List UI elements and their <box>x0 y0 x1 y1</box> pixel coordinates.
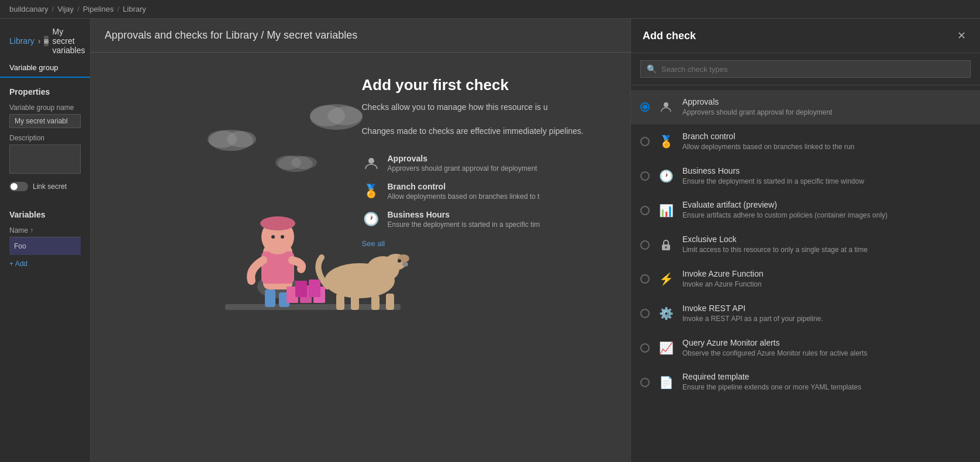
center-check-item: 🕐 Business Hours Ensure the deployment i… <box>362 205 584 233</box>
variables-section: Variables Name ↑ Foo + Add <box>0 210 90 273</box>
see-all-link[interactable]: See all <box>362 239 385 248</box>
close-button[interactable]: ✕ <box>955 28 968 43</box>
text-business_hours: Business Hours Ensure the deployment is … <box>682 166 971 187</box>
radio-branch_control[interactable] <box>640 137 650 146</box>
first-check-desc2: Changes made to checks are effective imm… <box>362 125 584 137</box>
desc-business_hours: Ensure the deployment is started in a sp… <box>682 177 971 187</box>
check-items-list: Approvals Approvers should grant approva… <box>631 85 980 462</box>
svg-rect-18 <box>371 295 379 310</box>
center-check-desc: Allow deployments based on branches link… <box>388 192 540 201</box>
check-list: Approvals Approvers should grant approva… <box>362 149 584 233</box>
text-required_template: Required template Ensure the pipeline ex… <box>682 372 971 392</box>
right-panel-header: Add check ✕ <box>631 19 980 53</box>
center-content: Approvals and checks for Library / My se… <box>91 19 630 462</box>
breadcrumb-vijay[interactable]: Vijay <box>57 5 74 13</box>
breadcrumb-buildcanary[interactable]: buildcanary <box>9 5 49 13</box>
properties-section: Properties Variable group name Descripti… <box>0 78 90 210</box>
check-item-approvals[interactable]: Approvals Approvers should grant approva… <box>631 90 980 125</box>
svg-point-27 <box>281 235 284 239</box>
icon-exclusive_lock <box>657 236 675 254</box>
main-area: Library › ⊞ My secret variables Variable… <box>0 19 980 462</box>
center-check-desc: Approvers should grant approval for depl… <box>388 164 537 173</box>
lib-icon: ⊞ <box>44 36 49 46</box>
icon-required_template: 📄 <box>657 373 675 392</box>
center-check-desc: Ensure the deployment is started in a sp… <box>388 220 540 229</box>
link-secrets-toggle-row: Link secret <box>9 182 81 191</box>
add-variable-button[interactable]: + Add <box>9 255 27 273</box>
radio-required_template[interactable] <box>640 378 650 387</box>
check-item-evaluate_artifact[interactable]: 📊 Evaluate artifact (preview) Ensure art… <box>631 193 980 227</box>
radio-business_hours[interactable] <box>640 171 650 181</box>
text-branch_control: Branch control Allow deployments based o… <box>682 132 971 152</box>
svg-rect-25 <box>265 219 291 226</box>
radio-exclusive_lock[interactable] <box>640 240 650 250</box>
center-check-item: 🏅 Branch control Allow deployments based… <box>362 177 584 205</box>
radio-invoke_rest_api[interactable] <box>640 309 650 318</box>
radio-evaluate_artifact[interactable] <box>640 206 650 215</box>
check-item-invoke_azure_function[interactable]: ⚡ Invoke Azure Function Invoke an Azure … <box>631 262 980 296</box>
text-approvals: Approvals Approvers should grant approva… <box>682 97 971 118</box>
sidebar-item-variable-group[interactable]: Variable group <box>0 58 90 78</box>
variable-group-name-label: Variable group name <box>9 104 81 112</box>
page-title: Approvals and checks for Library / My se… <box>91 19 630 53</box>
search-icon: 🔍 <box>647 64 657 74</box>
check-item-invoke_rest_api[interactable]: ⚙️ Invoke REST API Invoke a REST API as … <box>631 296 980 331</box>
svg-point-5 <box>227 131 256 147</box>
table-row[interactable]: Foo <box>9 237 81 255</box>
library-current-page: My secret variables <box>52 27 85 55</box>
check-item-exclusive_lock[interactable]: Exclusive Lock Limit access to this reso… <box>631 227 980 262</box>
radio-invoke_azure_function[interactable] <box>640 274 650 284</box>
library-link[interactable]: Library <box>9 36 34 46</box>
text-query_azure_monitor: Query Azure Monitor alerts Observe the c… <box>682 338 971 358</box>
title-invoke_rest_api: Invoke REST API <box>682 304 971 313</box>
breadcrumb-pipelines[interactable]: Pipelines <box>83 5 114 13</box>
radio-query_azure_monitor[interactable] <box>640 343 650 353</box>
title-approvals: Approvals <box>682 97 971 106</box>
first-check-desc1: Checks allow you to manage how this reso… <box>362 101 584 113</box>
check-item-business_hours[interactable]: 🕐 Business Hours Ensure the deployment i… <box>631 159 980 194</box>
svg-rect-22 <box>261 251 294 284</box>
sidebar: Library › ⊞ My secret variables Variable… <box>0 19 91 462</box>
icon-query_azure_monitor: 📈 <box>657 339 675 357</box>
radio-approvals[interactable] <box>640 102 650 112</box>
svg-point-38 <box>665 246 667 249</box>
center-check-title: Business Hours <box>388 210 540 219</box>
description-textarea[interactable] <box>9 144 81 174</box>
svg-point-14 <box>398 259 401 263</box>
svg-rect-34 <box>309 280 320 297</box>
search-container: 🔍 <box>631 53 980 85</box>
desc-approvals: Approvers should grant approval for depl… <box>682 108 971 118</box>
library-header-area: Library › ⊞ My secret variables <box>0 19 90 58</box>
link-secrets-label: Link secret <box>33 182 67 191</box>
text-invoke_azure_function: Invoke Azure Function Invoke an Azure Fu… <box>682 269 971 289</box>
first-check-title: Add your first check <box>362 76 584 94</box>
text-invoke_rest_api: Invoke REST API Invoke a REST API as a p… <box>682 304 971 324</box>
title-branch_control: Branch control <box>682 132 971 141</box>
link-secrets-toggle[interactable] <box>9 182 28 191</box>
breadcrumb-sep-3: / <box>117 5 119 13</box>
svg-point-36 <box>664 102 668 107</box>
desc-evaluate_artifact: Ensure artifacts adhere to custom polici… <box>682 211 971 220</box>
icon-invoke_azure_function: ⚡ <box>657 270 675 288</box>
right-panel-title: Add check <box>643 30 696 42</box>
breadcrumb-library[interactable]: Library <box>123 5 146 13</box>
svg-rect-17 <box>351 295 359 310</box>
variable-group-name-input[interactable] <box>9 114 81 128</box>
svg-point-15 <box>402 262 408 267</box>
search-input[interactable] <box>661 65 964 74</box>
properties-title: Properties <box>9 87 81 96</box>
svg-rect-28 <box>265 289 275 307</box>
check-item-branch_control[interactable]: 🏅 Branch control Allow deployments based… <box>631 125 980 159</box>
library-breadcrumb: Library › ⊞ My secret variables <box>9 27 81 55</box>
check-item-required_template[interactable]: 📄 Required template Ensure the pipeline … <box>631 365 980 399</box>
icon-evaluate_artifact: 📊 <box>657 201 675 220</box>
title-query_azure_monitor: Query Azure Monitor alerts <box>682 338 971 347</box>
check-item-query_azure_monitor[interactable]: 📈 Query Azure Monitor alerts Observe the… <box>631 331 980 366</box>
svg-point-26 <box>271 235 275 239</box>
desc-invoke_rest_api: Invoke a REST API as a part of your pipe… <box>682 314 971 324</box>
svg-rect-33 <box>295 281 307 297</box>
title-invoke_azure_function: Invoke Azure Function <box>682 269 971 278</box>
svg-point-35 <box>368 158 374 164</box>
breadcrumb-bar: buildcanary / Vijay / Pipelines / Librar… <box>0 0 980 19</box>
variables-title: Variables <box>9 210 81 219</box>
